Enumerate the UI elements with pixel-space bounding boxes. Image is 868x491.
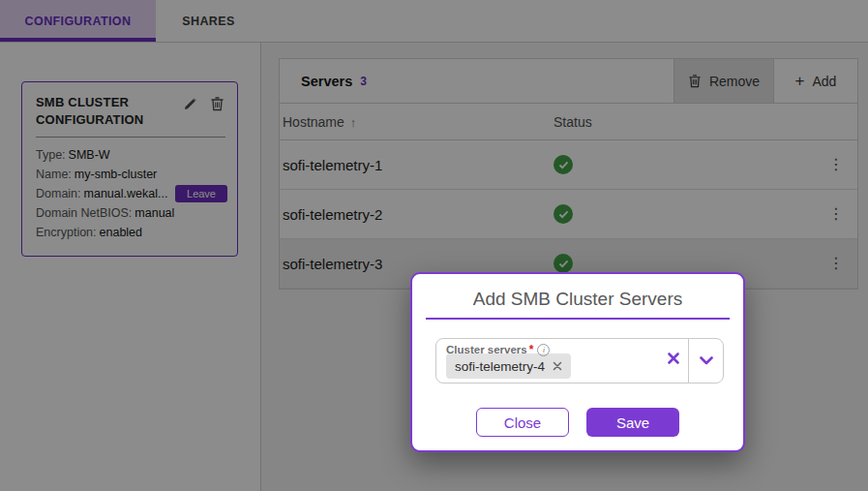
close-button[interactable]: Close: [476, 408, 569, 437]
dialog-title: Add SMB Cluster Servers: [412, 289, 743, 310]
clear-selection-icon[interactable]: [667, 352, 680, 365]
selected-server-tag-label: sofi-telemetry-4: [455, 359, 545, 374]
cluster-servers-label: Cluster servers* i: [446, 343, 550, 356]
selected-server-tag: sofi-telemetry-4: [446, 353, 571, 379]
dialog-title-underline: [426, 318, 730, 320]
info-icon: i: [537, 344, 550, 356]
add-smb-cluster-servers-dialog: Add SMB Cluster Servers Cluster servers*…: [410, 272, 745, 452]
chevron-down-icon: [700, 356, 713, 365]
save-button[interactable]: Save: [586, 408, 679, 437]
dropdown-toggle[interactable]: [688, 339, 723, 383]
cluster-servers-multiselect[interactable]: Cluster servers* i sofi-telemetry-4: [435, 338, 724, 384]
tag-remove-icon[interactable]: [553, 361, 562, 371]
required-asterisk: *: [529, 343, 534, 356]
